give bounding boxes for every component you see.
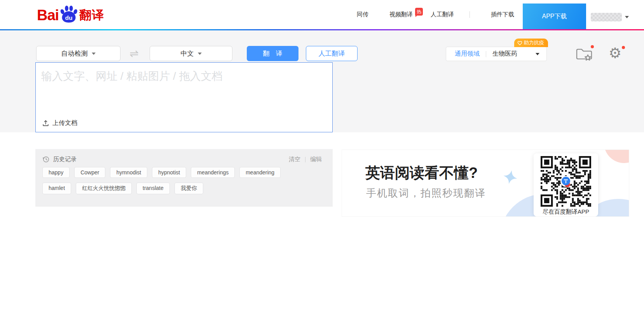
source-text-input[interactable] <box>36 63 332 109</box>
decorative-pink-circle <box>604 149 629 163</box>
anti-epidemic-badge: 助力抗疫 <box>514 39 548 47</box>
baidu-translate-page: { "header": { "logo": { "bai": "Bai", "d… <box>0 0 644 318</box>
domain-selected-label[interactable]: 生物医药 <box>492 50 517 58</box>
notification-dot <box>591 45 594 48</box>
history-item[interactable]: hamlet <box>42 183 71 194</box>
history-edit-button[interactable]: 编辑 <box>310 156 322 163</box>
nav-human-translate[interactable]: 人工翻译 <box>431 0 454 29</box>
baidu-translate-logo[interactable]: Bai du 翻译 <box>37 5 104 25</box>
history-item[interactable]: meanderings <box>191 167 235 178</box>
source-language-selector[interactable]: 自动检测 <box>36 46 120 61</box>
chevron-down-icon <box>92 53 96 55</box>
sparkle-icon <box>502 169 519 186</box>
domain-separator <box>486 51 486 57</box>
source-language-label: 自动检测 <box>61 49 88 58</box>
logo-text-fanyi: 翻译 <box>79 7 104 23</box>
app-promo-banner[interactable]: 英语阅读看不懂? 手机取词，拍照秒现翻译 尽在百度翻译APP <box>342 149 629 217</box>
anti-epidemic-label: 助力抗疫 <box>524 39 544 46</box>
history-item[interactable]: translate <box>136 183 170 194</box>
history-item[interactable]: 我爱你 <box>175 183 203 194</box>
source-input-panel: 上传文档 <box>35 62 333 132</box>
chevron-down-icon <box>198 53 202 55</box>
qr-caption: 尽在百度翻译APP <box>543 208 589 216</box>
nav-plugin-download[interactable]: 插件下载 <box>491 0 514 29</box>
upload-document-label: 上传文档 <box>52 119 77 127</box>
domain-selector[interactable]: 通用领域 生物医药 <box>446 47 547 61</box>
history-clear-button[interactable]: 清空 <box>289 156 300 163</box>
header: Bai du 翻译 同传 视频翻译 热 人工翻译 插件下载 APP下载 <box>0 0 644 29</box>
app-download-qr-code <box>541 156 591 207</box>
promo-title: 英语阅读看不懂? <box>365 163 478 183</box>
promo-subtitle: 手机取词，拍照秒现翻译 <box>366 186 486 200</box>
history-chip-row: happy Cowper hymnodist hypnotist meander… <box>42 167 281 178</box>
history-actions-divider <box>305 157 305 162</box>
history-item[interactable]: meandering <box>239 167 281 178</box>
history-item[interactable]: happy <box>42 167 70 178</box>
nav-video-translate[interactable]: 视频翻译 <box>389 0 413 29</box>
logo-text-bai: Bai <box>37 7 59 24</box>
history-item[interactable]: Cowper <box>74 167 105 178</box>
upload-document-button[interactable]: 上传文档 <box>42 119 77 127</box>
history-clock-icon <box>42 156 50 163</box>
saved-translations-button[interactable] <box>575 47 593 63</box>
human-translate-button[interactable]: 人工翻译 <box>306 46 358 61</box>
notification-dot <box>622 46 625 49</box>
header-gradient-rule <box>0 29 644 30</box>
chevron-down-icon <box>536 53 539 55</box>
qr-card: 尽在百度翻译APP <box>534 153 598 216</box>
target-language-label: 中文 <box>181 49 194 58</box>
user-dropdown-caret-icon[interactable] <box>625 16 629 18</box>
heart-hands-icon <box>517 40 522 46</box>
history-item[interactable]: 红红火火恍恍惚惚 <box>76 183 132 194</box>
swap-languages-icon[interactable]: ⇌ <box>125 46 143 61</box>
settings-button[interactable]: ⚙ <box>609 46 621 60</box>
app-download-button[interactable]: APP下载 <box>523 4 586 29</box>
history-item[interactable]: hypnotist <box>152 167 186 178</box>
user-name-redacted[interactable] <box>591 13 622 21</box>
domain-general-label[interactable]: 通用领域 <box>455 50 480 58</box>
hot-badge: 热 <box>415 8 423 16</box>
folder-star-icon <box>575 47 593 61</box>
history-title: 历史记录 <box>53 156 77 163</box>
translate-button-label: 翻译 <box>263 49 289 58</box>
baidu-paw-icon: du <box>59 5 79 23</box>
nav-divider <box>469 11 470 18</box>
history-actions: 清空 编辑 <box>289 156 322 163</box>
upload-icon <box>42 119 49 127</box>
translate-button[interactable]: 翻译 <box>247 46 298 61</box>
logo-text-du: du <box>65 14 73 21</box>
history-header: 历史记录 <box>42 156 77 163</box>
gear-icon: ⚙ <box>609 45 621 61</box>
target-language-selector[interactable]: 中文 <box>150 46 232 61</box>
nav-simultaneous[interactable]: 同传 <box>357 0 368 29</box>
history-item[interactable]: hymnodist <box>110 167 147 178</box>
history-panel: 历史记录 清空 编辑 happy Cowper hymnodist hypnot… <box>35 149 333 207</box>
history-chip-row: hamlet 红红火火恍恍惚惚 translate 我爱你 <box>42 183 203 194</box>
